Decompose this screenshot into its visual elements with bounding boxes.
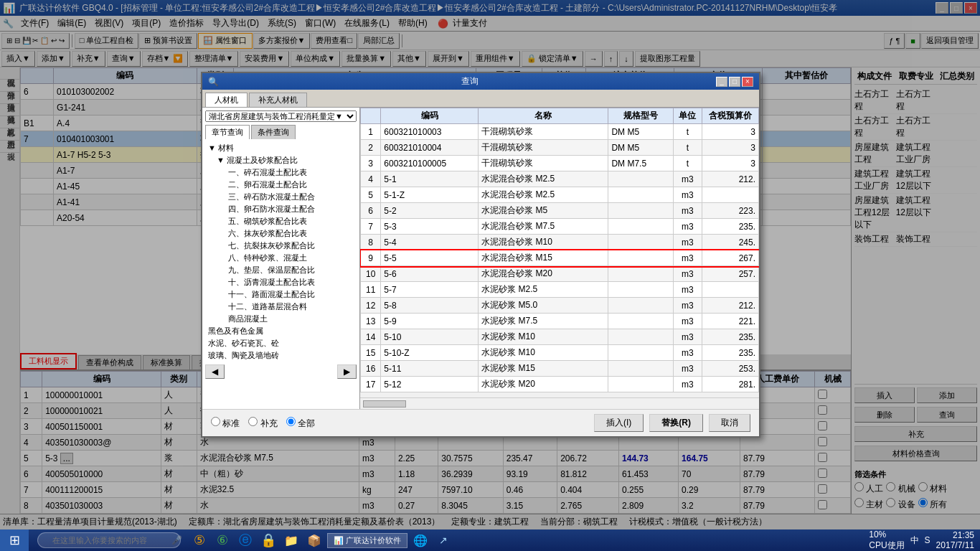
modal-cell-spec [608, 345, 674, 361]
mic-icon: 🎤 [171, 535, 182, 545]
modal-cell-name: 水泥混合砂浆 M7.5 [479, 219, 608, 235]
modal-result-row[interactable]: 16 5-11 水泥砂浆 M15 m3 253. [361, 361, 759, 377]
modal-cell-no: 3 [361, 156, 381, 171]
modal-cell-price: 212. [702, 298, 758, 314]
tree-metal[interactable]: 黑色及有色金属 [205, 325, 357, 337]
modal-cell-no: 2 [361, 140, 381, 156]
modal-cell-unit: m3 [674, 266, 702, 282]
modal-cell-name: 水泥砂浆 M10 [479, 345, 608, 361]
modal-right-panel: 编码 名称 规格型号 单位 含税预算价 1 600321010003 干混砌筑砂… [360, 108, 759, 409]
tree-item-6[interactable]: 六、抹灰砂浆配合比表 [225, 227, 357, 240]
modal-cell-spec: DM M7.5 [608, 156, 674, 171]
modal-result-row[interactable]: 15 5-10-Z 水泥砂浆 M10 m3 235. [361, 345, 759, 361]
modal-replace-button[interactable]: 替换(R) [649, 414, 703, 432]
modal-cell-name: 干混砌筑砂浆 [479, 156, 608, 171]
tree-item-5[interactable]: 五、砌筑砂浆配合比表 [225, 215, 357, 227]
modal-result-row[interactable]: 10 5-6 水泥混合砂浆 M20 m3 257. [361, 266, 759, 282]
taskbar-icon-folder[interactable]: 📁 [281, 530, 301, 550]
modal-result-row[interactable]: 12 5-8 水泥砂浆 M5.0 m3 212. [361, 298, 759, 314]
scroll-right[interactable]: ▶ [337, 364, 357, 379]
modal-insert-button[interactable]: 插入(I) [594, 414, 644, 432]
tree-material-root[interactable]: ▼ 材料 [205, 142, 357, 154]
modal-overlay: 🔍 查询 _ □ × 人材机 补充人材机 湖北省房屋建筑与装饰工程消耗量定▼ 章… [0, 0, 980, 551]
modal-dropdown[interactable]: 湖北省房屋建筑与装饰工程消耗量定▼ [205, 110, 357, 122]
modal-minimize[interactable]: _ [716, 77, 727, 87]
tree-item-11[interactable]: 十一、路面混凝土配合比 [225, 288, 357, 301]
modal-result-row[interactable]: 4 5-1 水泥混合砂浆 M2.5 m3 212. [361, 171, 759, 187]
modal-result-row[interactable]: 13 5-9 水泥砂浆 M7.5 m3 221. [361, 314, 759, 329]
modal-cell-price [702, 282, 758, 298]
modal-cell-code: 5-9 [381, 314, 479, 329]
modal-cell-spec [608, 361, 674, 377]
modal-cell-name: 水泥砂浆 M5.0 [479, 298, 608, 314]
tree-item-1[interactable]: 一、碎石混凝土配比表 [225, 166, 357, 179]
tree-item-2[interactable]: 二、卵石混凝土配合比 [225, 179, 357, 191]
modal-cell-code: 5-1-Z [381, 187, 479, 203]
tree-cement[interactable]: 水泥、砂石瓷瓦、砼 [205, 337, 357, 349]
modal-cell-unit: m3 [674, 250, 702, 266]
tree-item-13[interactable]: 商品混凝土 [225, 313, 357, 325]
taskbar-search[interactable] [37, 532, 181, 548]
taskbar: ⊞ 🎤 ⑤ ⑥ ⓔ 🔒 📁 📦 📊 广联达计价软件 🌐 ↗ 10%CPU使用 中… [0, 529, 980, 551]
modal-cell-price: 223. [702, 203, 758, 219]
modal-result-row[interactable]: 1 600321010003 干混砌筑砂浆 DM M5 t 3 [361, 124, 759, 140]
subtab-chapter[interactable]: 章节查询 [205, 125, 250, 139]
search-box-container: 🎤 [32, 532, 187, 548]
taskbar-icon-lock[interactable]: 🔒 [258, 530, 278, 550]
tree-item-10[interactable]: 十、沥青混凝土配合比表 [225, 276, 357, 288]
modal-result-row[interactable]: 7 5-3 水泥混合砂浆 M7.5 m3 235. [361, 219, 759, 235]
tree-item-12[interactable]: 十二、道路基层混合料 [225, 301, 357, 313]
taskbar-icon-s[interactable]: ⑤ [189, 530, 209, 550]
modal-cell-price: 257. [702, 266, 758, 282]
tree-item-8[interactable]: 八、特种砂浆、混凝土 [225, 252, 357, 264]
modal-result-row[interactable]: 9 5-5 水泥混合砂浆 M15 m3 267. [361, 250, 759, 266]
modal-result-row[interactable]: 14 5-10 水泥砂浆 M10 m3 235. [361, 329, 759, 345]
modal-tab-material[interactable]: 人材机 [205, 93, 248, 107]
modal-result-row[interactable]: 2 600321010004 干混砌筑砂浆 DM M5 t 3 [361, 140, 759, 156]
taskbar-icon-app[interactable]: 📦 [304, 530, 324, 550]
taskbar-icon-arrow[interactable]: ↗ [433, 530, 453, 550]
radio-standard[interactable]: 标准 [211, 417, 240, 430]
taskbar-icon-g[interactable]: ⑥ [212, 530, 232, 550]
modal-cell-spec [608, 219, 674, 235]
modal-subtabs: 章节查询 条件查询 [205, 125, 357, 139]
modal-cell-price: 267. [702, 250, 758, 266]
modal-cell-no: 6 [361, 203, 381, 219]
taskbar-icon-e[interactable]: ⓔ [235, 530, 255, 550]
radio-all[interactable]: 全部 [286, 417, 315, 430]
taskbar-gdlp-app[interactable]: 📊 广联达计价软件 [327, 533, 407, 548]
radio-supplement[interactable]: 补充 [248, 417, 277, 430]
modal-maximize[interactable]: □ [729, 77, 740, 87]
tree-item-4[interactable]: 四、卵石防水混凝土配合 [225, 203, 357, 215]
modal-cell-unit: t [674, 156, 702, 171]
taskbar-icon-r[interactable]: 🌐 [410, 530, 430, 550]
modal-cell-spec: DM M5 [608, 124, 674, 140]
modal-cell-code: 5-7 [381, 282, 479, 298]
modal-result-row[interactable]: 8 5-4 水泥混合砂浆 M10 m3 245. [361, 235, 759, 250]
modal-result-row[interactable]: 5 5-1-Z 水泥混合砂浆 M2.5 m3 [361, 187, 759, 203]
hscroll-thumb[interactable] [363, 400, 406, 408]
modal-result-row[interactable]: 6 5-2 水泥混合砂浆 M5 m3 223. [361, 203, 759, 219]
modal-result-row[interactable]: 11 5-7 水泥砂浆 M2.5 m3 [361, 282, 759, 298]
tree-glass[interactable]: 玻璃、陶瓷及墙地砖 [205, 349, 357, 362]
modal-cell-code: 5-6 [381, 266, 479, 282]
modal-cell-unit: m3 [674, 377, 702, 392]
modal-cancel-button[interactable]: 取消 [709, 414, 750, 432]
tree-item-9[interactable]: 九、垫层、保温层配合比 [225, 264, 357, 276]
modal-hscroll[interactable] [360, 397, 759, 409]
tree-concrete-mix[interactable]: ▼ 混凝土及砂浆配合比 [214, 154, 357, 166]
modal-result-scroll[interactable]: 编码 名称 规格型号 单位 含税预算价 1 600321010003 干混砌筑砂… [360, 108, 759, 397]
modal-result-row[interactable]: 17 5-12 水泥砂浆 M20 m3 281. [361, 377, 759, 392]
scroll-left[interactable]: ◀ [205, 364, 225, 379]
tree-item-7[interactable]: 七、抗裂抹灰砂浆配合比 [225, 240, 357, 252]
modal-cell-code: 6003210100005 [381, 156, 479, 171]
modal-close[interactable]: × [742, 77, 753, 87]
tree-item-3[interactable]: 三、碎石防水混凝土配合 [225, 191, 357, 203]
taskbar-lang: 中 [910, 534, 919, 547]
modal-result-row[interactable]: 3 6003210100005 干混砌筑砂浆 DM M7.5 t 3 [361, 156, 759, 171]
start-button[interactable]: ⊞ [0, 529, 29, 551]
modal-tab-supplement[interactable]: 补充人材机 [249, 93, 307, 107]
modal-left-panel: 湖北省房屋建筑与装饰工程消耗量定▼ 章节查询 条件查询 ▼ 材料 ▼ 混凝土及砂… [202, 108, 360, 409]
modal-cell-spec: DM M5 [608, 140, 674, 156]
subtab-condition[interactable]: 条件查询 [251, 125, 296, 139]
